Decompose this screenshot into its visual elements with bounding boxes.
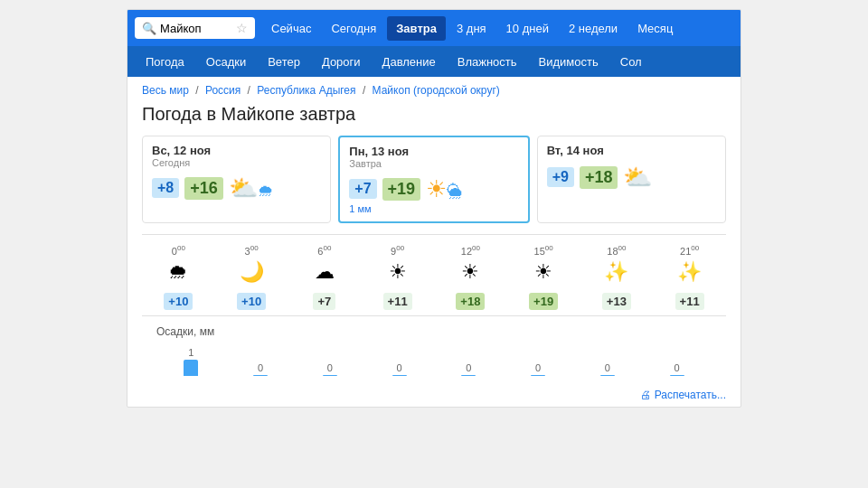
nav-tab[interactable]: Сегодня (322, 16, 385, 41)
sub-tab[interactable]: Дороги (311, 50, 372, 74)
precip-bar (670, 375, 684, 376)
hourly-weather-icon: ☀ (461, 260, 479, 284)
hour-col: 1200☀ (434, 244, 507, 287)
temp-high: +19 (382, 178, 421, 201)
hourly-temp: +7 (313, 293, 335, 310)
hourly-temp-col: +19 (507, 293, 580, 310)
nav-tab[interactable]: Завтра (387, 16, 446, 41)
day-card[interactable]: Вс, 12 нояСегодня+8+16⛅🌧 (142, 136, 331, 223)
hourly-row: 000🌧300🌙600☁900☀1200☀1500☀1800✨2100✨ (142, 244, 726, 287)
nav-tab[interactable]: 10 дней (497, 16, 558, 41)
hourly-weather-icon: ✨ (604, 260, 628, 284)
weather-widget: 🔍 ☆ СейчасСегодняЗавтра3 дня10 дней2 нед… (127, 9, 741, 408)
hour-col: 2100✨ (653, 244, 726, 287)
hourly-temp-col: +11 (653, 293, 726, 310)
hourly-temp-col: +7 (288, 293, 362, 310)
breadcrumb: Весь мир / Россия / Республика Адыгея / … (127, 77, 741, 100)
precip-bar-col: 1 (156, 347, 226, 376)
hourly-weather-icon: 🌙 (240, 260, 264, 284)
nav-tab[interactable]: Месяц (628, 16, 682, 41)
hourly-temp: +11 (383, 293, 412, 310)
hourly-temp-col: +10 (142, 293, 215, 310)
hour-col: 300🌙 (215, 244, 288, 287)
breadcrumb-link[interactable]: Россия (205, 84, 241, 97)
weather-icon: ⛅ (623, 163, 652, 192)
temp-low: +8 (152, 178, 179, 198)
hourly-temp-col: +18 (434, 293, 507, 310)
search-box[interactable]: 🔍 ☆ (135, 17, 255, 39)
print-link[interactable]: 🖨 Распечатать... (127, 383, 741, 407)
hourly-weather-icon: 🌧 (168, 260, 188, 284)
day-name: Пн, 13 ноя (349, 145, 518, 158)
precip-bar (323, 375, 337, 376)
top-navigation: 🔍 ☆ СейчасСегодняЗавтра3 дня10 дней2 нед… (127, 10, 741, 46)
hourly-temp: +13 (602, 293, 631, 310)
day-label: Сегодня (152, 157, 321, 168)
precip-bar-col: 0 (642, 362, 712, 376)
temp-high: +16 (184, 177, 223, 200)
precip-bar (184, 360, 198, 376)
precip-value: 1 (188, 347, 193, 358)
sub-tab[interactable]: Видимость (528, 50, 609, 74)
day-card[interactable]: Пн, 13 нояЗавтра+7+19☀🌦1 мм (338, 136, 529, 223)
nav-tabs: СейчасСегодняЗавтра3 дня10 дней2 неделиМ… (262, 16, 682, 41)
breadcrumb-link[interactable]: Республика Адыгея (257, 84, 355, 97)
breadcrumb-link[interactable]: Майкоп (городской округ) (373, 84, 500, 97)
day-temps: +8+16⛅🌧 (152, 174, 321, 202)
precip-bar (253, 375, 268, 376)
hour-col: 1800✨ (580, 244, 654, 287)
search-icon: 🔍 (142, 22, 156, 35)
precip-title: Осадки, мм (156, 325, 712, 338)
day-temps: +9+18⛅ (547, 163, 716, 192)
hourly-weather-icon: ☀ (389, 260, 407, 284)
precip-bar (600, 375, 615, 376)
breadcrumb-separator: / (244, 84, 253, 97)
hour-label: 300 (245, 244, 259, 257)
hour-label: 000 (172, 244, 185, 257)
temp-high: +18 (580, 166, 618, 189)
nav-tab[interactable]: Сейчас (262, 16, 320, 41)
hourly-weather-icon: ☁ (315, 260, 335, 284)
precip-bar-col: 0 (434, 362, 504, 376)
hourly-temp: +10 (237, 293, 266, 310)
hourly-weather-icon: ✨ (677, 260, 702, 284)
sub-tab[interactable]: Осадки (195, 50, 257, 74)
nav-tab[interactable]: 2 недели (560, 16, 627, 41)
breadcrumb-link[interactable]: Весь мир (142, 84, 189, 97)
precip-bar (531, 375, 545, 376)
search-input[interactable] (160, 22, 232, 35)
day-cards: Вс, 12 нояСегодня+8+16⛅🌧Пн, 13 нояЗавтра… (127, 136, 741, 234)
precip-value: 0 (466, 362, 471, 373)
precip-value: 0 (327, 362, 333, 373)
page-title: Погода в Майкопе завтра (127, 100, 741, 136)
hour-label: 2100 (680, 244, 699, 257)
hour-label: 1200 (461, 244, 480, 257)
hour-label: 1500 (534, 244, 553, 257)
nav-tab[interactable]: 3 дня (448, 16, 495, 41)
hourly-temp-row: +10+10+7+11+18+19+13+11 (142, 293, 726, 310)
hourly-temp: +19 (529, 293, 558, 310)
breadcrumb-separator: / (360, 84, 369, 97)
favorite-star-icon[interactable]: ☆ (236, 21, 248, 35)
precip-bar-col: 0 (504, 362, 573, 376)
precip-value: 0 (535, 362, 541, 373)
hourly-temp: +18 (456, 293, 485, 310)
hourly-section: 000🌧300🌙600☁900☀1200☀1500☀1800✨2100✨ +10… (142, 234, 726, 315)
precip-bar (392, 375, 407, 376)
day-card[interactable]: Вт, 14 ноя+9+18⛅ (537, 136, 726, 223)
sub-tab[interactable]: Ветер (257, 50, 311, 74)
hour-label: 600 (317, 244, 331, 257)
temp-low: +9 (547, 167, 574, 187)
sub-tab[interactable]: Влажность (447, 50, 528, 74)
hour-col: 1500☀ (507, 244, 580, 287)
hourly-temp-col: +11 (361, 293, 434, 310)
sub-tab[interactable]: Сол (609, 50, 653, 74)
hourly-temp-col: +10 (215, 293, 288, 310)
sub-tab[interactable]: Погода (135, 50, 195, 74)
hourly-weather-icon: ☀ (534, 260, 552, 284)
sub-tab[interactable]: Давление (372, 50, 447, 74)
precip-chart: 10000000 (156, 343, 712, 376)
day-label: Завтра (349, 158, 518, 169)
day-temps: +7+19☀🌦 (349, 174, 518, 203)
precip-value: 0 (675, 362, 680, 373)
